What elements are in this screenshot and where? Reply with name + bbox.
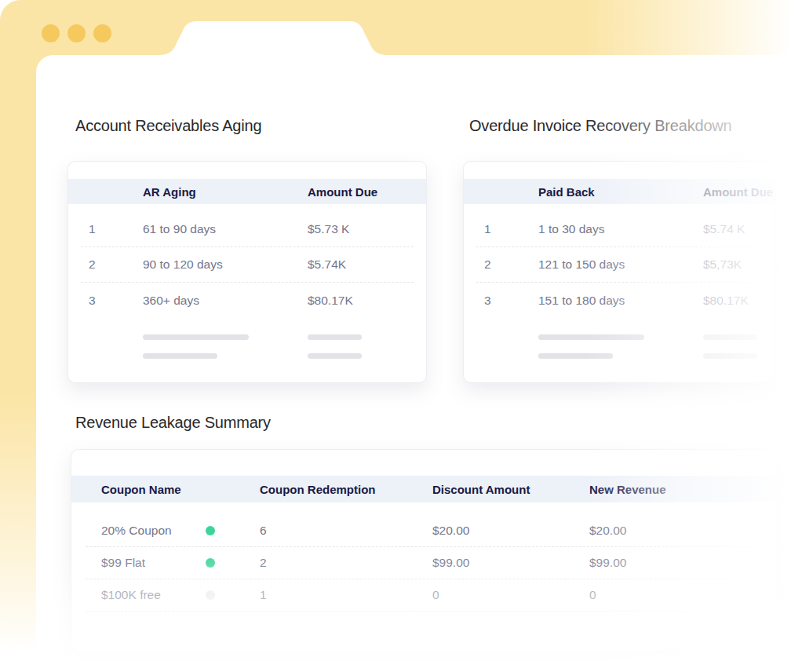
overdue-recovery-table-card: Paid Back Amount Due 1 1 to 30 days $5.7…	[463, 161, 775, 383]
row-amount: $80.17K	[703, 294, 761, 308]
column-header-amount: Amount Due	[703, 185, 774, 199]
table-row: $100K free 1 0 0	[86, 579, 762, 612]
window-control-dot-icon	[42, 24, 60, 42]
table-header-row: AR Aging Amount Due	[68, 179, 426, 204]
row-index: 3	[484, 294, 538, 308]
skeleton-bar	[703, 353, 757, 359]
skeleton-bar	[143, 353, 217, 359]
row-index: 3	[89, 294, 143, 308]
illustration-canvas: Account Receivables Aging Overdue Invoic…	[0, 0, 791, 672]
new-revenue: $20.00	[589, 524, 762, 538]
window-controls	[42, 24, 111, 42]
coupon-status-dot-icon	[206, 526, 215, 535]
table-row: 3 360+ days $80.17K	[81, 283, 414, 318]
new-revenue: 0	[589, 588, 762, 602]
table-row: 2 121 to 150 days $5,73K	[476, 247, 761, 283]
table-row: 2 90 to 120 days $5.74K	[81, 247, 414, 283]
browser-frame-top	[0, 0, 791, 55]
coupon-redemption: 2	[260, 556, 432, 570]
row-amount: $5.74K	[308, 257, 414, 272]
row-index: 2	[484, 257, 538, 272]
section-title-ar-aging: Account Receivables Aging	[75, 117, 261, 135]
column-header-coupon-redemption: Coupon Redemption	[260, 483, 432, 496]
coupon-redemption: 6	[260, 524, 432, 538]
table-row: 1 1 to 30 days $5.74 K	[476, 212, 761, 247]
row-amount: $80.17K	[308, 294, 414, 308]
browser-tab	[159, 21, 387, 55]
row-amount: $5,73K	[703, 257, 761, 272]
row-label: 90 to 120 days	[143, 257, 308, 272]
skeleton-row	[81, 327, 414, 346]
table-row: 3 151 to 180 days $80.17K	[476, 283, 761, 318]
column-header-name: Paid Back	[538, 185, 703, 199]
row-index: 2	[89, 257, 143, 272]
table-row: 20% Coupon 6 $20.00 $20.00	[86, 515, 762, 547]
coupon-status-dot-icon	[206, 590, 215, 600]
browser-frame-left	[0, 55, 37, 672]
row-label: 61 to 90 days	[143, 222, 308, 236]
column-header-discount-amount: Discount Amount	[432, 483, 589, 496]
skeleton-row	[476, 346, 761, 365]
row-label: 360+ days	[143, 294, 308, 308]
row-index: 1	[484, 222, 538, 236]
revenue-leakage-table-card: Coupon Name Coupon Redemption Discount A…	[71, 449, 777, 652]
column-header-amount: Amount Due	[308, 185, 426, 199]
window-control-dot-icon	[93, 24, 111, 42]
coupon-status-dot-icon	[206, 558, 215, 568]
discount-amount: 0	[432, 588, 589, 602]
section-title-overdue-recovery: Overdue Invoice Recovery Breakdown	[469, 117, 731, 135]
skeleton-bar	[308, 353, 362, 359]
row-amount: $5.74 K	[703, 222, 761, 236]
ar-aging-table-card: AR Aging Amount Due 1 61 to 90 days $5.7…	[67, 161, 427, 383]
discount-amount: $99.00	[432, 556, 589, 570]
skeleton-bar	[703, 334, 757, 340]
table-row: 1 61 to 90 days $5.73 K	[81, 212, 414, 247]
row-amount: $5.73 K	[308, 222, 414, 236]
skeleton-row	[81, 346, 414, 365]
new-revenue: $99.00	[589, 556, 762, 570]
skeleton-bar	[143, 334, 249, 340]
coupon-name: $99 Flat	[101, 556, 260, 570]
coupon-redemption: 1	[260, 588, 432, 602]
row-label: 121 to 150 days	[538, 257, 703, 272]
skeleton-bar	[308, 334, 362, 340]
skeleton-row	[476, 327, 761, 346]
coupon-name: 20% Coupon	[101, 524, 260, 538]
table-header-row: Paid Back Amount Due	[464, 179, 774, 204]
row-index: 1	[89, 222, 143, 236]
column-header-new-revenue: New Revenue	[589, 483, 776, 496]
row-label: 151 to 180 days	[538, 294, 703, 308]
discount-amount: $20.00	[432, 524, 589, 538]
skeleton-bar	[538, 353, 613, 359]
coupon-name: $100K free	[101, 588, 260, 602]
column-header-name: AR Aging	[143, 185, 308, 199]
row-label: 1 to 30 days	[538, 222, 703, 236]
table-row: $99 Flat 2 $99.00 $99.00	[86, 547, 762, 579]
table-header-row: Coupon Name Coupon Redemption Discount A…	[71, 476, 776, 502]
window-control-dot-icon	[67, 24, 86, 42]
skeleton-bar	[538, 334, 644, 340]
section-title-revenue-leakage: Revenue Leakage Summary	[75, 414, 271, 432]
column-header-coupon-name: Coupon Name	[101, 483, 260, 496]
